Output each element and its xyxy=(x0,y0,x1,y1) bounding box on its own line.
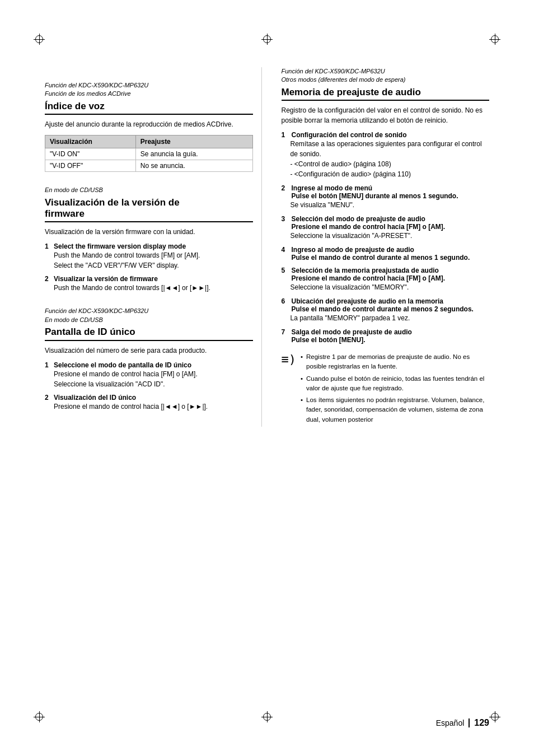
step-number: 1 xyxy=(45,361,51,369)
step-subtitle: Pulse el mando de control durante al men… xyxy=(292,254,470,262)
notes-block: ≡) Registre 1 par de memorias de preajus… xyxy=(282,352,490,427)
note-item: Registre 1 par de memorias de preajuste … xyxy=(301,352,489,372)
step-body-line: Se visualiza "MENU". xyxy=(291,200,490,210)
crosshair-top-right xyxy=(489,34,500,45)
section1-desc: Ajuste del anuncio durante la reproducci… xyxy=(45,119,253,129)
step-subtitle: Pulse el botón [MENU] durante al menos 1… xyxy=(292,192,458,200)
table-cell: "V-ID OFF" xyxy=(45,160,136,172)
section3-desc: Visualización del número de serie para c… xyxy=(45,346,253,356)
step-title: Selección del modo de preajuste de audio xyxy=(292,215,425,223)
step-item: 2Visualizar la versión de firmwarePush t… xyxy=(45,275,253,293)
step-body-line: - <Configuración de audio> (página 110) xyxy=(291,169,490,179)
step-number: 5 xyxy=(282,267,289,274)
step-number: 6 xyxy=(282,297,289,305)
step-number: 2 xyxy=(45,394,51,402)
step-number: 1 xyxy=(282,131,289,139)
step-item: 2Visualización del ID únicoPresione el m… xyxy=(45,394,253,412)
section-r1-title: Memoria de preajuste de audio xyxy=(282,87,490,101)
right-steps: 1Configuración del control de sonidoRemí… xyxy=(282,131,490,344)
table-cell: "V-ID ON" xyxy=(45,148,136,160)
section-id-unico: Función del KDC-X590/KDC-MP632U En modo … xyxy=(45,307,253,411)
step-title-block: Selección del modo de preajuste de audio… xyxy=(292,215,446,231)
step-item: 5Selección de la memoria preajustada de … xyxy=(282,267,490,292)
step-body-line: Seleccione la visualización "ACD ID". xyxy=(54,379,253,389)
step-title: Ingreso al modo de preajuste de audio xyxy=(292,246,414,254)
right-column: Función del KDC-X590/KDC-MP632U Otros mo… xyxy=(279,67,490,427)
note-item: Cuando pulse el botón de reinicio, todas… xyxy=(301,374,489,394)
step-subtitle: Pulse el mando de control durante al men… xyxy=(292,305,474,313)
crosshair-bottom-right xyxy=(489,711,500,722)
section-firmware: En modo de CD/USB Visualización de la ve… xyxy=(45,186,253,293)
left-column: Función del KDC-X590/KDC-MP632U Función … xyxy=(45,67,262,427)
step-title: Visualizar la versión de firmware xyxy=(54,275,158,283)
step-title-block: Ingreso al modo de preajuste de audioPul… xyxy=(292,246,470,262)
step-title: Seleccione el modo de pantalla de ID úni… xyxy=(54,361,191,369)
crosshair-bottom-center xyxy=(261,711,273,722)
step-item: 3Selección del modo de preajuste de audi… xyxy=(282,215,490,241)
step-item: 6Ubicación del preajuste de audio en la … xyxy=(282,297,490,323)
table-col2-header: Preajuste xyxy=(135,136,252,148)
step-title-block: Selección de la memoria preajustada de a… xyxy=(292,267,446,282)
step-item: 4Ingreso al modo de preajuste de audioPu… xyxy=(282,246,490,262)
note-icon: ≡) xyxy=(282,353,297,427)
step-title-block: Ingrese al modo de menúPulse el botón [M… xyxy=(292,184,458,200)
section1-header: Función del KDC-X590/KDC-MP632U Función … xyxy=(45,81,253,99)
page-number-block: Español 129 xyxy=(436,718,489,728)
page-divider xyxy=(469,718,470,727)
table-cell: Se anuncia la guía. xyxy=(135,148,252,160)
step-body-line: Select the "ACD VER"/"F/W VER" display. xyxy=(54,260,253,270)
section1-table: Visualización Preajuste "V-ID ON"Se anun… xyxy=(45,135,253,172)
crosshair-top-center xyxy=(261,34,273,45)
table-cell: No se anuncia. xyxy=(135,160,252,172)
section3-title: Pantalla de ID único xyxy=(45,326,253,340)
page-num: 129 xyxy=(474,718,489,728)
step-item: 2Ingrese al modo de menúPulse el botón [… xyxy=(282,184,490,210)
crosshair-bottom-left xyxy=(34,711,45,722)
section-indice-voz: Función del KDC-X590/KDC-MP632U Función … xyxy=(45,81,253,172)
section2-header: En modo de CD/USB xyxy=(45,186,253,194)
step-body-line: Remítase a las operaciones siguientes pa… xyxy=(291,139,490,159)
step-title: Ubicación del preajuste de audio en la m… xyxy=(292,297,443,305)
step-title: Visualización del ID único xyxy=(54,394,136,402)
step-title: Selección de la memoria preajustada de a… xyxy=(292,267,439,274)
table-col1-header: Visualización xyxy=(45,136,136,148)
step-item: 1Configuración del control de sonidoRemí… xyxy=(282,131,490,179)
step-number: 2 xyxy=(282,184,289,192)
step-body-line: La pantalla "MEMORY" parpadea 1 vez. xyxy=(291,313,490,323)
section-memoria: Función del KDC-X590/KDC-MP632U Otros mo… xyxy=(282,67,490,427)
section3-header: Función del KDC-X590/KDC-MP632U En modo … xyxy=(45,307,253,324)
step-body-line: - <Control de audio> (página 108) xyxy=(291,159,490,169)
step-number: 4 xyxy=(282,246,289,254)
crosshair-top-left xyxy=(34,34,45,45)
step-item: 1Select the firmware version display mod… xyxy=(45,242,253,270)
step-title: Ingrese al modo de menú xyxy=(292,184,373,192)
step-number: 3 xyxy=(282,215,289,223)
step-body-line: Push the Mando de control towards [|◄◄] … xyxy=(54,283,253,293)
step-number: 2 xyxy=(45,275,51,283)
section3-steps: 1Seleccione el modo de pantalla de ID ún… xyxy=(45,361,253,412)
step-body-line: Seleccione la visualización "MEMORY". xyxy=(291,282,490,292)
language-label: Español xyxy=(436,718,465,727)
step-title: Salga del modo de preajuste de audio xyxy=(292,328,412,336)
notes-text: Registre 1 par de memorias de preajuste … xyxy=(301,352,489,427)
step-title-block: Configuración del control de sonido xyxy=(292,131,407,139)
section2-steps: 1Select the firmware version display mod… xyxy=(45,242,253,293)
step-item: 7Salga del modo de preajuste de audioPul… xyxy=(282,328,490,344)
step-subtitle: Presione el mando de control hacia [FM] … xyxy=(292,223,446,231)
step-title-block: Salga del modo de preajuste de audioPuls… xyxy=(292,328,412,344)
step-body-line: Seleccione la visualización "A-PRESET". xyxy=(291,231,490,241)
step-body-line: Presione el mando de control hacia [|◄◄]… xyxy=(54,402,253,412)
step-body-line: Presione el mando de control hacia [FM] … xyxy=(54,369,253,379)
step-number: 7 xyxy=(282,328,289,336)
step-subtitle: Pulse el botón [MENU]. xyxy=(292,336,412,344)
step-body-line: Push the Mando de control towards [FM] o… xyxy=(54,250,253,260)
section1-title: Índice de voz xyxy=(45,101,253,115)
step-title: Configuración del control de sonido xyxy=(292,131,407,139)
step-number: 1 xyxy=(45,242,51,250)
section2-desc: Visualización de la versión firmware con… xyxy=(45,227,253,237)
step-item: 1Seleccione el modo de pantalla de ID ún… xyxy=(45,361,253,389)
section-r1-desc: Registro de la configuración del valor e… xyxy=(282,105,490,125)
section2-title: Visualización de la versión de firmware xyxy=(45,197,253,223)
step-title-block: Ubicación del preajuste de audio en la m… xyxy=(292,297,474,313)
note-item: Los ítems siguientes no podrán registrar… xyxy=(301,395,489,424)
